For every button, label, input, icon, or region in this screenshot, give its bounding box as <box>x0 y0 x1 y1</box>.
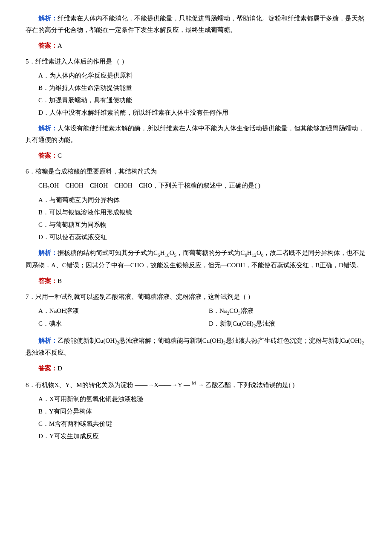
answer-text: 答案：C <box>38 150 366 162</box>
question-text: 8．有机物X、Y、M的转化关系为淀粉 ——→X——→Y — M → 乙酸乙酯，下… <box>26 379 366 391</box>
option-item: B．Y有同分异构体 <box>38 406 366 417</box>
answer-label: 答案： <box>38 278 58 284</box>
question-number: 8． <box>26 382 35 388</box>
option-item: D．人体中没有水解纤维素的酶，所以纤维素在人体中没有任何作用 <box>38 107 366 119</box>
question-block: 7．只用一种试剂就可以鉴别乙酸溶液、葡萄糖溶液、淀粉溶液，这种试剂是（ ）A．N… <box>26 291 366 331</box>
option-item: D．新制Cu(OH)2悬浊液 <box>209 318 366 330</box>
jiexi-text: 解析：人体没有能使纤维素水解的酶，所以纤维素在人体中不能为人体生命活动提供能量，… <box>26 123 366 146</box>
option-item: B．为维持人体生命活动提供能量 <box>38 82 366 94</box>
jiexi-block: 解析：纤维素在人体内不能消化，不能提供能量，只能促进胃肠蠕动，帮助消化。淀粉和纤… <box>26 13 366 36</box>
jiexi-text: 解析：纤维素在人体内不能消化，不能提供能量，只能促进胃肠蠕动，帮助消化。淀粉和纤… <box>26 13 366 36</box>
question-number: 5． <box>26 58 35 65</box>
option-item: A．与葡萄糖互为同分异构体 <box>38 194 366 206</box>
question-block: 6．核糖是合成核酸的重要原料，其结构简式为CH2OH—CHOH—CHOH—CHO… <box>26 166 366 243</box>
jiexi-block: 解析：乙酸能使新制Cu(OH)2悬浊液溶解；葡萄糖能与新制Cu(OH)2悬浊液共… <box>26 335 366 358</box>
answer-block: 答案：C <box>26 150 366 162</box>
answer-text: 答案：D <box>38 363 366 374</box>
option-item: A．为人体内的化学反应提供原料 <box>38 70 366 81</box>
question-block: 5．纤维素进入人体后的作用是 （ ）A．为人体内的化学反应提供原料B．为维持人体… <box>26 56 366 119</box>
answer-block: 答案：D <box>26 363 366 374</box>
jiexi-label: 解析： <box>38 15 58 22</box>
question-block: 8．有机物X、Y、M的转化关系为淀粉 ——→X——→Y — M → 乙酸乙酯，下… <box>26 379 366 442</box>
question-number: 7． <box>26 293 35 300</box>
option-item: B．Na2CO3溶液 <box>209 305 366 317</box>
answer-label: 答案： <box>38 42 58 49</box>
option-item: A．X可用新制的氢氧化铜悬浊液检验 <box>38 393 366 405</box>
jiexi-label: 解析： <box>38 337 58 344</box>
option-item: C．碘水 <box>38 318 196 330</box>
question-text: 7．只用一种试剂就可以鉴别乙酸溶液、葡萄糖溶液、淀粉溶液，这种试剂是（ ） <box>26 291 366 303</box>
jiexi-label: 解析： <box>38 125 58 132</box>
option-item: C．与葡萄糖互为同系物 <box>38 219 366 231</box>
option-item: B．可以与银氨溶液作用形成银镜 <box>38 207 366 218</box>
option-item: A．NaOH溶液 <box>38 305 196 317</box>
option-row: C．碘水D．新制Cu(OH)2悬浊液 <box>26 318 366 331</box>
answer-label: 答案： <box>38 365 58 372</box>
option-item: C．加强胃肠蠕动，具有通便功能 <box>38 95 366 106</box>
jiexi-block: 解析：据核糖的结构简式可知其分子式为C5H10O5，而葡萄糖的分子式为C6H12… <box>26 247 366 271</box>
jiexi-text: 解析：据核糖的结构简式可知其分子式为C5H10O5，而葡萄糖的分子式为C6H12… <box>26 247 366 271</box>
option-item: D．Y可发生加成反应 <box>38 431 366 442</box>
option-row: A．NaOH溶液B．Na2CO3溶液 <box>26 305 366 318</box>
option-item: D．可以使石蕊试液变红 <box>38 231 366 243</box>
jiexi-block: 解析：人体没有能使纤维素水解的酶，所以纤维素在人体中不能为人体生命活动提供能量，… <box>26 123 366 146</box>
answer-text: 答案：B <box>38 275 366 287</box>
answer-block: 答案：B <box>26 275 366 287</box>
question-text: 6．核糖是合成核酸的重要原料，其结构简式为 <box>26 166 366 177</box>
question-number: 6． <box>26 168 35 175</box>
answer-text: 答案：A <box>38 40 366 52</box>
answer-block: 答案：A <box>26 40 366 52</box>
jiexi-text: 解析：乙酸能使新制Cu(OH)2悬浊液溶解；葡萄糖能与新制Cu(OH)2悬浊液共… <box>26 335 366 358</box>
question-text: 5．纤维素进入人体后的作用是 （ ） <box>26 56 366 67</box>
question-subtext: CH2OH—CHOH—CHOH—CHOH—CHO，下列关于核糖的叙述中，正确的是… <box>26 180 366 192</box>
option-item: C．M含有两种碳氧共价键 <box>38 418 366 430</box>
jiexi-label: 解析： <box>38 249 58 256</box>
answer-label: 答案： <box>38 152 58 159</box>
